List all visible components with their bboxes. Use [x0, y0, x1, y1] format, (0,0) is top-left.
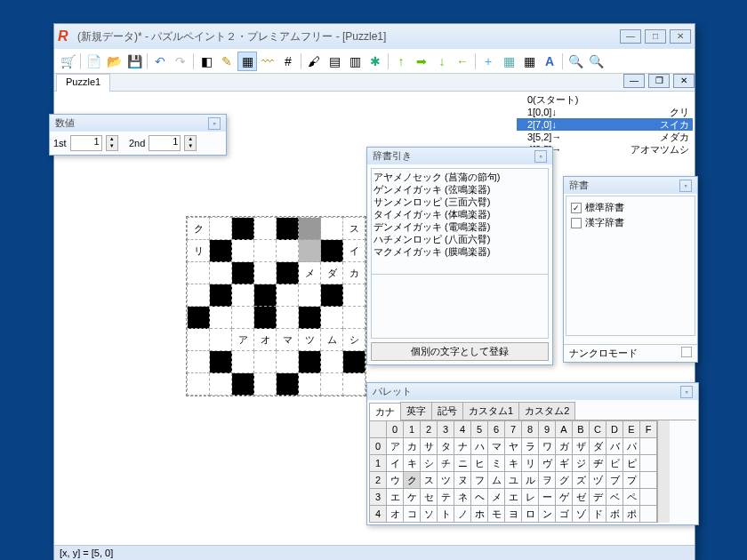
- puzzle-cell[interactable]: [254, 240, 277, 262]
- puzzle-cell[interactable]: [277, 240, 299, 262]
- cells-icon[interactable]: ▦: [519, 52, 539, 71]
- puzzle-cell[interactable]: [277, 262, 299, 284]
- palette-cell[interactable]: ト: [438, 506, 454, 523]
- palette-cell[interactable]: ピ: [623, 455, 640, 472]
- history-row[interactable]: 2 [7,0]↓スイカ: [517, 118, 693, 131]
- arrow-up-icon[interactable]: ↑: [391, 52, 411, 71]
- puzzle-cell[interactable]: [210, 262, 232, 284]
- puzzle-cell[interactable]: [254, 262, 277, 284]
- palette-cell[interactable]: チ: [438, 455, 454, 472]
- puzzle-cell[interactable]: [188, 284, 210, 307]
- puzzle-cell[interactable]: シ: [343, 329, 365, 351]
- globe-icon[interactable]: ✱: [365, 52, 385, 71]
- palette-cell[interactable]: ホ: [471, 506, 488, 523]
- palette-cell[interactable]: テ: [438, 489, 454, 506]
- palette-cell[interactable]: ア: [387, 438, 404, 455]
- puzzle-cell[interactable]: [254, 218, 277, 240]
- palette-cell[interactable]: エ: [387, 489, 404, 506]
- spinner-2nd-arrows[interactable]: ▲▼: [184, 135, 197, 151]
- number-icon[interactable]: #: [278, 52, 298, 71]
- palette-cell[interactable]: ユ: [505, 472, 522, 489]
- puzzle-cell[interactable]: [254, 351, 277, 373]
- text-tool-icon[interactable]: A: [540, 52, 559, 71]
- palette-cell[interactable]: ポ: [623, 506, 640, 523]
- spinner-1st-value[interactable]: 1: [70, 135, 102, 151]
- palette-cell[interactable]: セ: [421, 489, 438, 506]
- palette-tab[interactable]: カスタム2: [518, 402, 575, 420]
- dictionary-close[interactable]: ▫: [679, 180, 692, 192]
- puzzle-cell[interactable]: メ: [299, 262, 321, 284]
- palette-cell[interactable]: バ: [606, 438, 623, 455]
- puzzle-cell[interactable]: [299, 351, 321, 373]
- puzzle-cell[interactable]: ダ: [321, 262, 343, 284]
- palette-cell[interactable]: ビ: [606, 455, 623, 472]
- puzzle-cell[interactable]: [321, 373, 343, 396]
- puzzle-cell[interactable]: [210, 307, 232, 329]
- palette-cell[interactable]: ダ: [590, 438, 606, 455]
- puzzle-cell[interactable]: [321, 218, 343, 240]
- puzzle-cell[interactable]: カ: [343, 262, 365, 284]
- panel1-icon[interactable]: ▤: [325, 52, 344, 71]
- dict-checkbox[interactable]: 漢字辞書: [570, 215, 691, 230]
- palette-cell[interactable]: フ: [471, 472, 488, 489]
- puzzle-cell[interactable]: [277, 307, 299, 329]
- palette-cell[interactable]: ゴ: [556, 506, 573, 523]
- puzzle-cell[interactable]: [188, 307, 210, 329]
- palette-cell[interactable]: ヲ: [539, 472, 556, 489]
- palette-cell[interactable]: ゾ: [573, 506, 590, 523]
- palette-cell[interactable]: イ: [387, 455, 404, 472]
- number-panel[interactable]: 数値▫ 1st 1 ▲▼ 2nd 1 ▲▼: [49, 114, 227, 156]
- puzzle-cell[interactable]: [210, 329, 232, 351]
- palette-cell[interactable]: ク: [404, 472, 421, 489]
- puzzle-cell[interactable]: [210, 284, 232, 307]
- palette-cell[interactable]: ヂ: [590, 455, 606, 472]
- puzzle-cell[interactable]: [232, 218, 254, 240]
- zoom-in-icon[interactable]: 🔍: [566, 52, 585, 71]
- arrow-left-icon[interactable]: ←: [453, 52, 472, 71]
- palette-cell[interactable]: ケ: [404, 489, 421, 506]
- palette-cell[interactable]: ジ: [573, 455, 590, 472]
- arrow-right-green-icon[interactable]: ➡: [412, 52, 431, 71]
- puzzle-cell[interactable]: [343, 284, 365, 307]
- palette-cell[interactable]: ソ: [421, 506, 438, 523]
- palette-cell[interactable]: ブ: [606, 472, 623, 489]
- dict-lookup-panel[interactable]: 辞書引き▫ アヤメノセック (菖蒲の節句)ゲンメイガッキ (弦鳴楽器)サンメンロ…: [366, 147, 553, 365]
- minimize-button[interactable]: —: [620, 29, 641, 44]
- puzzle-cell[interactable]: [188, 351, 210, 373]
- brush-icon[interactable]: 🖌: [304, 52, 324, 71]
- puzzle-cell[interactable]: [343, 373, 365, 396]
- dict-item[interactable]: ハチメンロッピ (八面六臂): [374, 233, 546, 245]
- palette-cell[interactable]: ヒ: [471, 455, 488, 472]
- puzzle-cell[interactable]: オ: [254, 329, 277, 351]
- palette-cell[interactable]: ベ: [606, 489, 623, 506]
- palette-cell[interactable]: ド: [590, 506, 606, 523]
- palette-cell[interactable]: ヨ: [505, 506, 522, 523]
- dict-item[interactable]: マクメイガッキ (膜鳴楽器): [374, 245, 546, 258]
- palette-cell[interactable]: ワ: [539, 438, 556, 455]
- mode-toggle[interactable]: [681, 347, 692, 357]
- puzzle-cell[interactable]: [299, 373, 321, 396]
- open-icon[interactable]: 📂: [104, 52, 124, 71]
- dict-item[interactable]: タイメイガッキ (体鳴楽器): [374, 208, 546, 220]
- puzzle-cell[interactable]: [188, 262, 210, 284]
- puzzle-cell[interactable]: [299, 218, 321, 240]
- arrow-down-icon[interactable]: ↓: [432, 52, 452, 71]
- history-row[interactable]: 1 [0,0]↓クリ: [517, 106, 693, 118]
- cart-icon[interactable]: 🛒: [58, 52, 77, 71]
- palette-cell[interactable]: シ: [421, 455, 438, 472]
- palette-cell[interactable]: ム: [488, 472, 505, 489]
- palette-cell[interactable]: [640, 472, 657, 489]
- dictionary-panel[interactable]: 辞書▫ ✓標準辞書漢字辞書 ナンクロモード: [563, 176, 698, 363]
- palette-cell[interactable]: ハ: [471, 438, 488, 455]
- history-row[interactable]: 0 (スタート): [517, 93, 693, 106]
- doc-minimize-button[interactable]: —: [623, 74, 645, 88]
- history-row[interactable]: 3 [5,2]→メダカ: [517, 131, 693, 143]
- puzzle-cell[interactable]: [277, 351, 299, 373]
- palette-cell[interactable]: [640, 455, 657, 472]
- palette-cell[interactable]: パ: [623, 438, 640, 455]
- puzzle-cell[interactable]: [277, 373, 299, 396]
- fill-icon[interactable]: ▦: [237, 52, 257, 71]
- puzzle-cell[interactable]: [299, 240, 321, 262]
- dict-register-button[interactable]: 個別の文字として登録: [371, 342, 549, 361]
- puzzle-cell[interactable]: [232, 307, 254, 329]
